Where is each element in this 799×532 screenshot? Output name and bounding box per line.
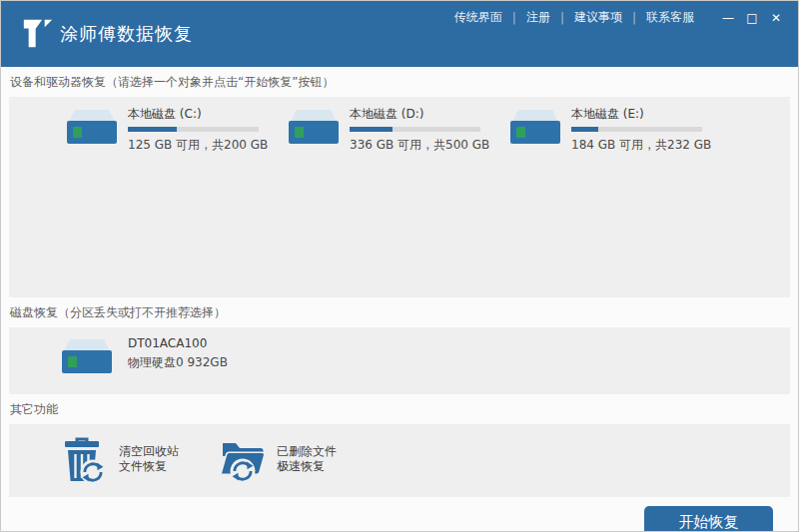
disk-section-header: 磁盘恢复（分区丢失或打不开推荐选择）: [10, 297, 798, 327]
refresh-arrows-icon: [80, 459, 106, 485]
menu-contact-support[interactable]: 联系客服: [636, 9, 704, 26]
footer-bar: 开始恢复: [1, 497, 798, 532]
drive-name: 本地磁盘 (E:): [571, 106, 702, 123]
other-item-label-line2: 极速恢复: [277, 459, 337, 474]
title-bar: 涂师傅数据恢复 传统界面 | 注册 | 建议事项 | 联系客服 — □ ✕: [1, 1, 798, 67]
drive-name: 本地磁盘 (C:): [128, 106, 259, 123]
physical-disk-tile[interactable]: DT01ACA100 物理硬盘0 932GB: [59, 334, 790, 376]
disk-panel: DT01ACA100 物理硬盘0 932GB: [9, 327, 790, 394]
start-recovery-button[interactable]: 开始恢复: [644, 506, 773, 532]
drive-capacity-text: 336 GB 可用，共500 GB: [350, 137, 480, 154]
drive-capacity-text: 125 GB 可用，共200 GB: [128, 137, 259, 154]
usage-bar: [571, 127, 702, 132]
drive-tile-e[interactable]: 本地磁盘 (E:) 184 GB 可用，共232 GB: [507, 105, 702, 154]
usage-bar-fill: [128, 127, 177, 132]
hard-drive-icon: [59, 336, 115, 376]
other-section-header: 其它功能: [10, 394, 798, 424]
disk-capacity-text: 物理硬盘0 932GB: [128, 354, 228, 371]
deleted-files-recover-item[interactable]: 已删除文件 极速恢复: [220, 437, 337, 497]
refresh-arrows-icon: [230, 458, 256, 484]
usage-bar-fill: [571, 127, 598, 132]
other-item-label-line1: 清空回收站: [119, 444, 179, 459]
menu-suggestions[interactable]: 建议事项: [564, 9, 632, 26]
drive-tile-c[interactable]: 本地磁盘 (C:) 125 GB 可用，共200 GB: [64, 105, 259, 154]
usage-bar: [128, 127, 259, 132]
drive-capacity-text: 184 GB 可用，共232 GB: [571, 137, 702, 154]
minimize-icon[interactable]: —: [718, 10, 738, 26]
usage-bar-fill: [350, 127, 393, 132]
usage-bar: [350, 127, 480, 132]
app-title: 涂师傅数据恢复: [60, 22, 193, 46]
drive-tile-d[interactable]: 本地磁盘 (D:) 336 GB 可用，共500 GB: [286, 105, 480, 154]
hard-drive-icon: [286, 107, 342, 147]
hard-drive-icon: [64, 107, 120, 147]
drives-section-header: 设备和驱动器恢复（请选择一个对象并点击“开始恢复”按钮）: [10, 67, 798, 97]
menu-register[interactable]: 注册: [516, 9, 560, 26]
maximize-icon[interactable]: □: [742, 10, 762, 26]
hard-drive-icon: [507, 107, 563, 147]
menu-classic-ui[interactable]: 传统界面: [444, 9, 512, 26]
drives-panel: 本地磁盘 (C:) 125 GB 可用，共200 GB 本地磁盘 (D:) 33…: [9, 97, 790, 297]
other-panel: 清空回收站 文件恢复 已删除文件 极速恢复: [9, 424, 790, 497]
recycle-bin-recover-item[interactable]: 清空回收站 文件恢复: [62, 437, 179, 497]
window-controls: — □ ✕: [714, 10, 786, 26]
app-logo-icon: [23, 17, 53, 51]
other-item-label-line2: 文件恢复: [119, 459, 179, 474]
drive-name: 本地磁盘 (D:): [350, 106, 480, 123]
close-icon[interactable]: ✕: [766, 10, 786, 26]
other-item-label-line1: 已删除文件: [277, 444, 337, 459]
disk-model: DT01ACA100: [128, 336, 228, 350]
